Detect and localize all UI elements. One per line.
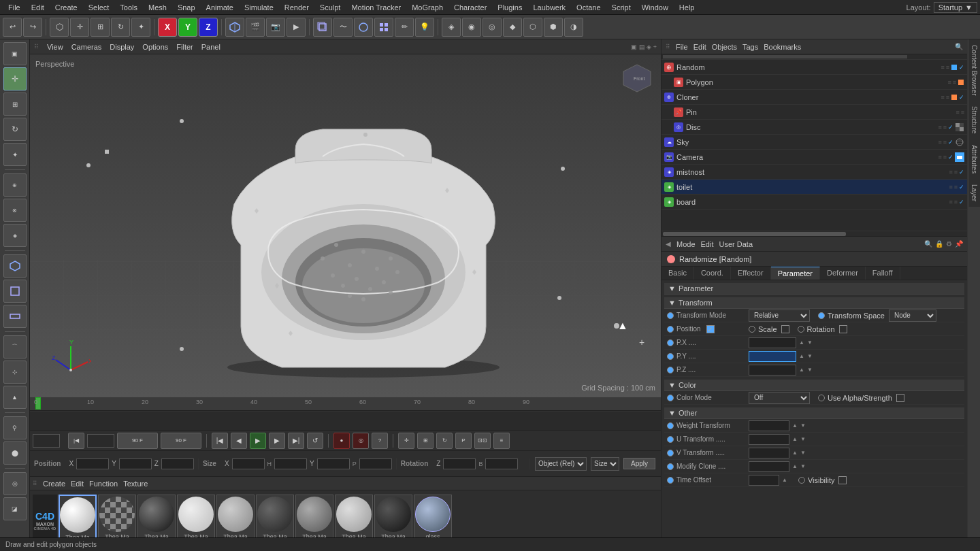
transform-section-header[interactable]: ▼ Transform (664, 297, 964, 309)
timeline-view-button[interactable]: ≡ (493, 433, 510, 449)
vert-tab-structure[interactable]: Structure (968, 101, 980, 139)
object-rel-dropdown[interactable]: Object (Rel) (535, 457, 587, 471)
menu-snap[interactable]: Snap (172, 2, 201, 13)
attr-back-icon[interactable]: ◀ (666, 240, 671, 248)
spline-button[interactable]: ◎ (3, 472, 27, 495)
undo-button[interactable]: ↩ (3, 18, 22, 37)
tool10-button[interactable]: ⬢ (544, 18, 563, 37)
grid-button[interactable] (374, 18, 393, 37)
v-radio[interactable] (667, 450, 674, 456)
menu-create[interactable]: Create (50, 2, 83, 13)
mat-create[interactable]: Create (43, 480, 65, 488)
next-frame-button[interactable]: ▶ (269, 433, 285, 449)
obj-camera[interactable]: 📷 Camera ≡ ≡ ✓ (662, 150, 967, 165)
vp-header-display[interactable]: Display (110, 43, 134, 51)
scale-side-button[interactable]: ⊞ (3, 93, 27, 116)
plane-button[interactable] (3, 305, 27, 328)
tab-parameter[interactable]: Parameter (771, 267, 820, 280)
menu-window[interactable]: Window (636, 2, 674, 13)
obj-toilet[interactable]: ◈ toilet ≡ ≡ ✓ (662, 180, 967, 195)
axis-z-button[interactable]: Z (199, 18, 218, 37)
color-mode-radio[interactable] (667, 395, 674, 401)
record-button[interactable]: ● (333, 433, 350, 449)
obj-toilflag2[interactable]: ≡ (954, 184, 958, 190)
tool7-button[interactable]: ◎ (483, 18, 502, 37)
size-y-input[interactable]: 0 cm (317, 458, 350, 469)
tab-basic[interactable]: Basic (662, 267, 694, 280)
pos-x-input[interactable]: 0 cm (76, 458, 109, 469)
visibility-radio[interactable] (798, 477, 805, 484)
live-selection-button[interactable]: ▣ (3, 42, 27, 65)
menu-tools[interactable]: Tools (114, 2, 143, 13)
attr-userdata[interactable]: User Data (719, 240, 753, 248)
py-up[interactable]: ▲ (799, 353, 804, 359)
obj-cflag2[interactable]: ≡ (946, 94, 949, 101)
obj-sflag2[interactable]: ≡ (943, 139, 947, 146)
menu-sculpt[interactable]: Sculpt (314, 2, 346, 13)
key-params-button[interactable]: P (455, 433, 472, 449)
obj-dflag2[interactable]: ≡ (943, 124, 947, 131)
use-alpha-radio[interactable] (818, 395, 825, 401)
u-down[interactable]: ▼ (800, 436, 806, 442)
menu-mograph[interactable]: MoGraph (406, 2, 448, 13)
transform-space-radio[interactable] (818, 312, 825, 319)
tool8-button[interactable]: ◆ (503, 18, 522, 37)
tab-coord[interactable]: Coord. (694, 267, 731, 280)
size-mode-dropdown[interactable]: Size (591, 457, 619, 471)
mc-radio[interactable] (667, 463, 674, 470)
py-down[interactable]: ▼ (807, 353, 813, 359)
attr-mode[interactable]: Mode (676, 240, 696, 248)
obj-pinflag2[interactable]: ≡ (961, 109, 964, 116)
key-scale-button[interactable]: ⊞ (417, 433, 434, 449)
prev-frame-button[interactable]: ◀ (231, 433, 247, 449)
menu-character[interactable]: Character (448, 2, 492, 13)
mc-up[interactable]: ▲ (792, 463, 798, 469)
other-section-header[interactable]: ▼ Other (664, 407, 964, 419)
v-up[interactable]: ▲ (792, 450, 798, 456)
sphere-button[interactable] (354, 18, 373, 37)
light-button[interactable]: 💡 (415, 18, 434, 37)
obj-pin[interactable]: 📌 Pin ≡ ≡ (662, 105, 967, 120)
position-checkbox[interactable]: ✓ (706, 325, 715, 333)
v-input[interactable]: 0 % (749, 448, 789, 458)
position-radio[interactable] (667, 326, 674, 333)
redo-button[interactable]: ↪ (23, 18, 42, 37)
transform-space-dropdown[interactable]: Node (889, 310, 936, 322)
transform-mode-radio[interactable] (667, 312, 674, 319)
apply-button[interactable]: Apply (623, 458, 655, 469)
vert-tab-layer[interactable]: Layer (968, 179, 980, 207)
pen-button[interactable]: ✏ (395, 18, 414, 37)
menu-animate[interactable]: Animate (201, 2, 239, 13)
view-cube-button[interactable] (313, 18, 332, 37)
obj-mflag1[interactable]: ≡ (949, 169, 952, 176)
transform-mode-dropdown[interactable]: Relative (749, 310, 810, 322)
rotate-tool-button[interactable]: ↻ (111, 18, 130, 37)
jump-end-button[interactable]: ▶| (288, 433, 304, 449)
menu-laubwerk[interactable]: Laubwerk (527, 2, 571, 13)
obj-pinflag1[interactable]: ≡ (956, 109, 959, 116)
transform-tool-button[interactable]: ✦ (131, 18, 150, 37)
obj-board[interactable]: ◈ board ≡ ≡ ✓ (662, 195, 967, 210)
u-radio[interactable] (667, 436, 674, 443)
obj-camflag2[interactable]: ≡ (943, 154, 947, 161)
obj-flag1[interactable]: ≡ (941, 64, 944, 71)
px-input[interactable]: 0.3 cm (749, 337, 796, 348)
obj-m-check[interactable]: ✓ (959, 169, 964, 176)
vert-tab-content-browser[interactable]: Content Browser (968, 39, 980, 101)
menu-simulate[interactable]: Simulate (239, 2, 279, 13)
obj-toilflag1[interactable]: ≡ (949, 184, 952, 190)
tab-deformer[interactable]: Deformer (820, 267, 866, 280)
to-up[interactable]: ▲ (782, 477, 787, 483)
obj-cam-check[interactable]: ✓ (948, 154, 953, 161)
objmgr-tags[interactable]: Tags (742, 43, 758, 51)
surface-button[interactable] (3, 280, 27, 303)
key-move-button[interactable]: ✛ (398, 433, 414, 449)
weight-down[interactable]: ▼ (800, 422, 806, 429)
pz-radio[interactable] (667, 367, 674, 373)
snap-button[interactable]: ◈ (3, 224, 27, 247)
mat-function[interactable]: Function (89, 480, 118, 488)
attr-settings-icon[interactable]: ⚙ (946, 240, 952, 248)
attr-edit[interactable]: Edit (701, 240, 714, 248)
navigation-cube[interactable]: Front (620, 61, 654, 97)
parameter-section-header[interactable]: ▼ Parameter (664, 283, 964, 295)
